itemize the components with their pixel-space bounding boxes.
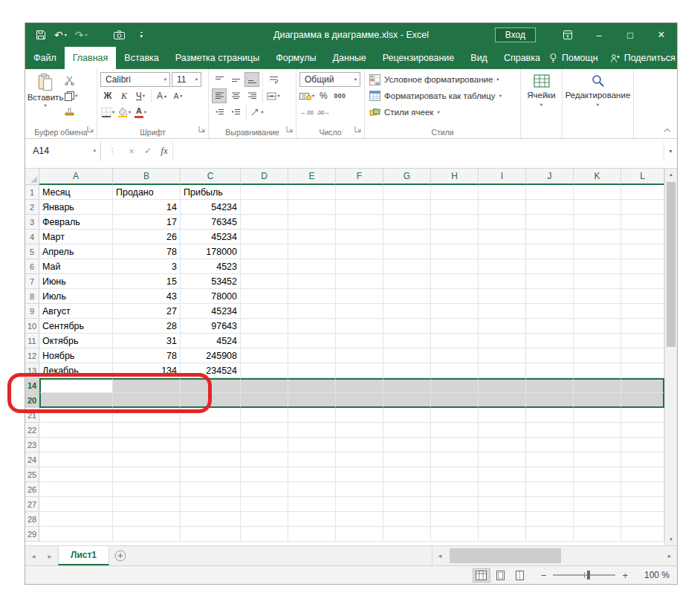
cell-I13[interactable] [479, 363, 526, 378]
cell-H24[interactable] [431, 452, 479, 467]
confirm-entry-button[interactable]: ✓ [140, 141, 156, 160]
align-middle-button[interactable] [228, 72, 243, 87]
cell-I24[interactable] [479, 452, 526, 467]
cell-K10[interactable] [574, 319, 621, 334]
cell-A9[interactable]: Август [39, 304, 113, 319]
cell-A23[interactable] [39, 438, 113, 452]
cell-B28[interactable] [113, 512, 181, 527]
cell-K13[interactable] [574, 363, 621, 378]
cell-A14[interactable] [39, 378, 113, 393]
cell-E1[interactable] [288, 185, 336, 200]
cell-B29[interactable] [113, 527, 181, 542]
cell-C2[interactable]: 54234 [181, 200, 241, 215]
cell-L25[interactable] [621, 467, 664, 482]
cell-C26[interactable] [181, 482, 241, 497]
cell-F29[interactable] [336, 527, 383, 542]
cell-J3[interactable] [526, 215, 574, 230]
cell-G13[interactable] [383, 363, 431, 378]
row-header-4[interactable]: 4 [25, 230, 39, 244]
cell-E13[interactable] [288, 363, 336, 378]
cell-F7[interactable] [336, 274, 383, 289]
editing-group-button[interactable]: Редактирование ▾ [563, 69, 634, 138]
cell-B8[interactable]: 43 [113, 289, 181, 304]
cell-B13[interactable]: 134 [113, 363, 181, 378]
ribbon-tab-Формулы[interactable]: Формулы [268, 47, 324, 69]
cell-G4[interactable] [383, 230, 431, 244]
cell-C22[interactable] [181, 423, 241, 438]
cell-I26[interactable] [479, 482, 526, 497]
cell-D3[interactable] [241, 215, 288, 230]
cell-H5[interactable] [431, 244, 479, 259]
row-header-12[interactable]: 12 [25, 348, 39, 363]
cell-J7[interactable] [526, 274, 574, 289]
bold-button[interactable]: Ж [100, 88, 115, 103]
cell-J26[interactable] [526, 482, 574, 497]
paste-button[interactable]: Вставить ▾ [28, 71, 62, 125]
maximize-button[interactable]: □ [615, 23, 646, 47]
cell-G23[interactable] [383, 438, 431, 452]
cell-L3[interactable] [621, 215, 664, 230]
ribbon-tab-Справка[interactable]: Справка [496, 47, 548, 69]
row-header-13[interactable]: 13 [25, 363, 39, 378]
cell-D11[interactable] [241, 334, 288, 348]
cell-I7[interactable] [479, 274, 526, 289]
cell-F3[interactable] [336, 215, 383, 230]
cell-K4[interactable] [574, 230, 621, 244]
cell-G11[interactable] [383, 334, 431, 348]
cell-A20[interactable] [39, 393, 113, 408]
cell-B2[interactable]: 14 [113, 200, 181, 215]
cell-E29[interactable] [288, 527, 336, 542]
cell-C8[interactable]: 78000 [181, 289, 241, 304]
collapse-ribbon-button[interactable] [664, 122, 671, 135]
cell-G3[interactable] [383, 215, 431, 230]
cell-E28[interactable] [288, 512, 336, 527]
cell-B10[interactable]: 28 [113, 319, 181, 334]
cell-G27[interactable] [383, 497, 431, 512]
cell-F27[interactable] [336, 497, 383, 512]
cell-L4[interactable] [621, 230, 664, 244]
next-sheet-button[interactable]: ▸ [42, 546, 58, 565]
cell-E2[interactable] [288, 200, 336, 215]
cell-F21[interactable] [336, 408, 383, 423]
merge-center-button[interactable]: ▾ [266, 88, 281, 103]
cell-L14[interactable] [621, 378, 664, 393]
row-header-25[interactable]: 25 [25, 467, 39, 482]
cell-D5[interactable] [241, 244, 288, 259]
cell-J14[interactable] [526, 378, 574, 393]
formula-input[interactable] [173, 141, 664, 160]
cell-L24[interactable] [621, 452, 664, 467]
comma-style-button[interactable]: 000 [332, 88, 347, 103]
cell-C14[interactable] [181, 378, 241, 393]
cell-I11[interactable] [479, 334, 526, 348]
cell-J27[interactable] [526, 497, 574, 512]
ribbon-tab-Вид[interactable]: Вид [462, 47, 496, 69]
cell-G26[interactable] [383, 482, 431, 497]
cell-C23[interactable] [181, 438, 241, 452]
cell-G10[interactable] [383, 319, 431, 334]
cell-L29[interactable] [621, 527, 664, 542]
cell-L27[interactable] [621, 497, 664, 512]
cell-D7[interactable] [241, 274, 288, 289]
cell-A8[interactable]: Июль [39, 289, 113, 304]
cell-D21[interactable] [241, 408, 288, 423]
cell-E25[interactable] [288, 467, 336, 482]
name-box-splitter[interactable]: ⋮ [101, 141, 123, 160]
font-dialog-launcher[interactable] [198, 123, 206, 136]
cell-G5[interactable] [383, 244, 431, 259]
cell-B26[interactable] [113, 482, 181, 497]
cell-E8[interactable] [288, 289, 336, 304]
cell-B1[interactable]: Продано [113, 185, 181, 200]
cell-B7[interactable]: 15 [113, 274, 181, 289]
cell-H10[interactable] [431, 319, 479, 334]
cell-L9[interactable] [621, 304, 664, 319]
ribbon-tab-Файл[interactable]: Файл [25, 47, 65, 69]
cell-H4[interactable] [431, 230, 479, 244]
scroll-down-arrow[interactable]: ▾ [665, 533, 677, 545]
cell-I22[interactable] [479, 423, 526, 438]
row-header-9[interactable]: 9 [25, 304, 39, 319]
ribbon-tab-Вставка[interactable]: Вставка [116, 47, 166, 69]
redo-button[interactable]: ↷▾ [75, 30, 88, 40]
cell-F5[interactable] [336, 244, 383, 259]
cell-J10[interactable] [526, 319, 574, 334]
cell-K6[interactable] [574, 259, 621, 274]
